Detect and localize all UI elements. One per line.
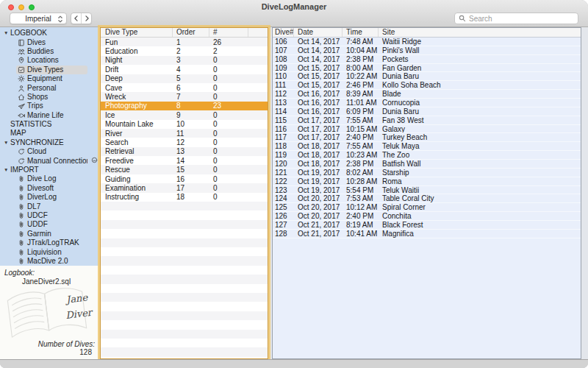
dive-row-118[interactable]: 118Oct 18, 20177:55 AMTeluk Maya [273,142,581,151]
sidebar-item-liquivision[interactable]: Liquivision [0,247,98,256]
sidebar-item-jtrak-logtrak[interactable]: JTrak/LogTRAK [0,238,98,247]
cell: Oct 18, 2017 [294,151,343,159]
column-header-count[interactable]: # [209,28,248,37]
dive-type-row-education[interactable]: Education22 [101,46,268,55]
cell: Mountain Lake [101,120,173,128]
sidebar-item-locations[interactable]: Locations [0,56,98,65]
sidebar-item-equipment[interactable]: Equipment [0,74,98,83]
dive-row-125[interactable]: 125Oct 20, 201710:12 AMSpiral Corner [273,203,581,212]
dive-type-row-guiding[interactable]: Guiding160 [101,174,268,183]
dive-row-122[interactable]: 122Oct 19, 201710:28 AMRoma [273,177,581,186]
column-header-site[interactable]: Site [379,28,581,37]
dive-row-116[interactable]: 116Oct 17, 201710:15 AMGalaxy [273,125,581,134]
dive-row-123[interactable]: 123Oct 19, 20175:54 PMTeluk Waitii [273,186,581,195]
cell: Cave [101,84,173,92]
sidebar-item-dive-log[interactable]: Dive Log [0,174,98,183]
dive-type-row-mountain-lake[interactable]: Mountain Lake100 [101,120,268,129]
units-popup[interactable]: Imperial [10,13,67,24]
dive-type-row-night[interactable]: Night30 [101,56,268,65]
dive-row-126[interactable]: 126Oct 20, 20172:40 PMConchita [273,212,581,221]
sidebar-item-label: Dive Log [27,174,56,183]
sidebar-item-cloud[interactable]: Cloud [0,147,98,156]
dive-row-109[interactable]: 109Oct 15, 20178:00 AMFan Garden [273,64,581,73]
dive-type-row-river[interactable]: River110 [101,129,268,138]
sidebar-item-content: Shops [16,93,87,102]
column-header-date[interactable]: Date [294,28,343,37]
sidebar-item-dl7[interactable]: DL7 [0,202,98,210]
dive-row-121[interactable]: 121Oct 19, 20178:02 AMStarship [273,169,581,177]
column-header-order[interactable]: Order [173,28,209,37]
dive-row-127[interactable]: 127Oct 21, 20178:19 AMBlack Forest [273,221,581,230]
forward-button[interactable] [82,13,91,24]
sidebar-item-marine-life[interactable]: Marine Life [0,111,98,120]
sidebar-item-manual-connection[interactable]: Manual Connection [0,156,98,165]
dive-row-113[interactable]: 113Oct 16, 201711:01 AMCornucopia [273,99,581,107]
dive-row-119[interactable]: 119Oct 18, 201710:23 AMThe Zoo [273,151,581,160]
sidebar-item-trips[interactable]: Trips [0,102,98,110]
column-header-time[interactable]: Time [343,28,379,37]
dive-row-128[interactable]: 128Oct 21, 201710:41 AMMagnifica [273,230,581,238]
dive-row-115[interactable]: 115Oct 17, 20177:55 AMFan 38 West [273,116,581,125]
search-input[interactable] [469,15,574,23]
sidebar-group-statistics[interactable]: STATISTICS [0,120,98,129]
dive-type-row-retrieval[interactable]: Retrieval130 [101,147,268,156]
sidebar-item-content: Dive Types [16,66,87,74]
dive-row-114[interactable]: 114Oct 16, 20176:09 PMDunia Baru [273,107,581,116]
sidebar-item-macdive-2-0[interactable]: MacDive 2.0 [0,257,98,266]
dive-type-row-ice[interactable]: Ice90 [101,110,268,119]
disclosure-icon[interactable]: ▼ [4,166,10,174]
column-header-dive-type[interactable]: Dive Type [101,28,173,37]
back-button[interactable] [71,13,82,24]
sidebar-group-map[interactable]: MAP [0,129,98,138]
sidebar-item-divesoft[interactable]: Divesoft [0,184,98,193]
cell: Fan 38 West [379,116,581,124]
sidebar-group-import[interactable]: ▼IMPORT [0,166,98,174]
dive-row-111[interactable]: 111Oct 15, 20172:46 PMKollo Soha Beach [273,81,581,90]
sidebar-item-garmin[interactable]: Garmin [0,230,98,238]
dive-type-row-fun[interactable]: Fun126 [101,38,268,46]
dive-row-124[interactable]: 124Oct 20, 20177:53 AMTable Coral City [273,194,581,203]
sidebar-item-buddies[interactable]: Buddies [0,47,98,56]
dive-type-row-examination[interactable]: Examination170 [101,183,268,192]
sidebar-group-synchronize[interactable]: ▼SYNCHRONIZE [0,138,98,147]
sidebar-item-shops[interactable]: Shops [0,93,98,102]
eject-icon[interactable] [91,157,98,163]
column-header-dive-number[interactable]: Dive# [273,28,294,37]
dive-row-110[interactable]: 110Oct 15, 201710:22 AMDunia Baru [273,72,581,81]
dive-types-icon [18,66,25,74]
disclosure-icon[interactable]: ▼ [4,29,10,38]
sidebar-item-content: Divesoft [16,184,87,193]
cell: Teluk Maya [379,142,581,150]
dive-row-117[interactable]: 117Oct 17, 20172:40 PMTurkey Beach [273,133,581,142]
search-field[interactable] [454,13,578,24]
dive-row-106[interactable]: 106Oct 14, 20177:48 AMWaitii Ridge [273,38,581,46]
dive-type-row-drift[interactable]: Drift40 [101,65,268,74]
sidebar-item-uddf[interactable]: UDDF [0,220,98,229]
dive-type-row-freedive[interactable]: Freedive140 [101,156,268,165]
dive-row-120[interactable]: 120Oct 18, 20172:38 PMBatfish Wall [273,160,581,169]
sidebar-item-personal[interactable]: Personal [0,83,98,92]
dive-type-row-search[interactable]: Search120 [101,138,268,146]
dive-type-row-rescue[interactable]: Rescue150 [101,165,268,174]
paperclip-icon [18,212,25,219]
sidebar-item-diverlog[interactable]: DiverLog [0,193,98,202]
sidebar-item-udcf[interactable]: UDCF [0,211,98,220]
cell: 4 [173,66,209,74]
dive-type-row-cave[interactable]: Cave60 [101,83,268,92]
dive-row-107[interactable]: 107Oct 14, 201710:04 AMPinki's Wall [273,46,581,55]
sidebar-item-content: Trips [16,102,87,110]
dive-row-108[interactable]: 108Oct 14, 20172:38 PMPockets [273,55,581,64]
cell: 7:55 AM [343,116,379,124]
cell: 106 [273,38,294,46]
dive-type-row-instructing[interactable]: Instructing180 [101,193,268,202]
disclosure-icon[interactable]: ▼ [4,138,10,147]
sidebar-item-dive-types[interactable]: Dive Types [0,66,98,74]
dive-type-row-wreck[interactable]: Wreck70 [101,92,268,101]
dive-type-row-photography[interactable]: Photography823 [101,102,268,110]
cell: Oct 14, 2017 [294,55,343,63]
dive-row-112[interactable]: 112Oct 16, 20178:39 AMBlade [273,90,581,99]
sidebar-group-logbook[interactable]: ▼LOGBOOK [0,29,98,38]
cell: Instructing [101,193,173,201]
sidebar-item-dives[interactable]: Dives [0,38,98,46]
dive-type-row-deep[interactable]: Deep50 [101,74,268,83]
